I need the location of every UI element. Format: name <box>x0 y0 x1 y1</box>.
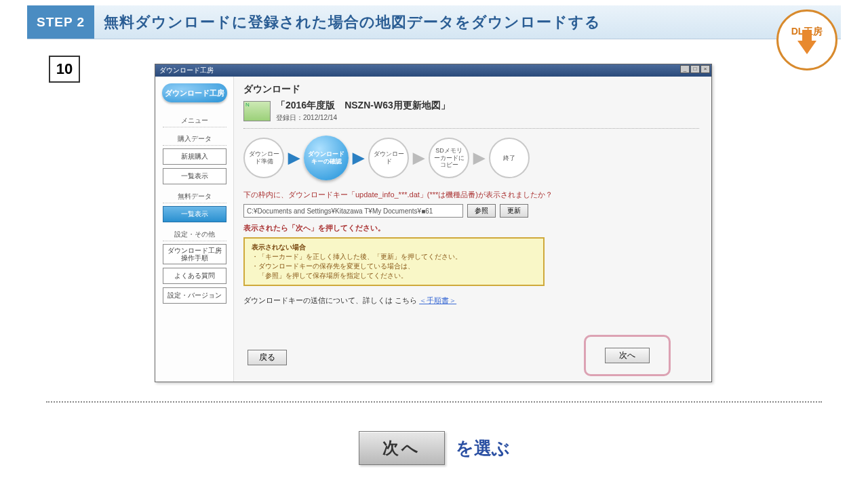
window-minimize-icon[interactable]: _ <box>680 65 690 73</box>
back-button[interactable]: 戻る <box>248 350 287 365</box>
prompt-text: 下の枠内に、ダウンロードキー「update_info_***.dat」(***は… <box>243 190 699 200</box>
help-link-row: ダウンロードキーの送信について、詳しくは こちら ＜手順書＞ <box>243 296 699 306</box>
sidebar-group-free: 無料データ <box>163 192 226 203</box>
step-badge: STEP 2 <box>27 5 94 39</box>
logo-badge: DL工房 <box>776 9 837 70</box>
help-link-prefix: ダウンロードキーの送信について、詳しくは こちら <box>243 296 419 304</box>
sidebar-brand-text: ダウンロード工房 <box>165 88 224 98</box>
sidebar-group-menu: メニュー <box>163 116 226 127</box>
item-header: 「2016年度版 NSZN-W63用更新地図」 登録日：2012/12/14 <box>243 100 699 129</box>
sidebar-btn-faq[interactable]: よくある質問 <box>163 268 226 284</box>
window-maximize-icon[interactable]: □ <box>690 65 700 73</box>
manual-link[interactable]: ＜手順書＞ <box>419 296 456 304</box>
warning-line-2: ・ダウンロードキーの保存先を変更している場合は、 <box>252 262 536 271</box>
window-close-icon[interactable]: × <box>701 65 710 73</box>
progress-flow: ダウンロード準備 ▶ ダウンロードキーの確認 ▶ ダウンロード ▶ SDメモリー… <box>243 136 699 180</box>
sidebar-btn-free-list[interactable]: 一覧表示 <box>163 206 226 222</box>
sidebar-group-settings: 設定・その他 <box>163 230 226 241</box>
section-title: ダウンロード <box>243 83 699 96</box>
chevron-right-icon: ▶ <box>473 149 485 167</box>
map-thumb-icon <box>243 101 271 121</box>
sidebar-btn-version[interactable]: 設定・バージョン <box>163 287 226 304</box>
cta-next-button[interactable]: 次へ <box>359 431 445 465</box>
warning-box: 表示されない場合 ・「キーカード」を正しく挿入した後、「更新」を押してください。… <box>243 237 545 286</box>
sidebar-btn-manual[interactable]: ダウンロード工房 操作手順 <box>163 244 226 264</box>
sidebar-btn-purchase-list[interactable]: 一覧表示 <box>163 168 226 184</box>
flow-step-2: ダウンロードキーの確認 <box>304 136 349 180</box>
item-title: 「2016年度版 NSZN-W63用更新地図」 <box>276 100 450 112</box>
cta-caption: を選ぶ <box>456 436 510 460</box>
window-title: ダウンロード工房 <box>159 66 214 74</box>
warning-title: 表示されない場合 <box>252 243 536 252</box>
flow-step-4: SDメモリーカードにコピー <box>429 138 469 178</box>
main-pane: ダウンロード 「2016年度版 NSZN-W63用更新地図」 登録日：2012/… <box>234 77 711 382</box>
page-header: STEP 2 無料ダウンロードに登録された場合の地図データをダウンロードする <box>27 5 841 39</box>
sidebar-brand: ダウンロード工房 <box>162 83 227 102</box>
warning-line-1: ・「キーカード」を正しく挿入した後、「更新」を押してください。 <box>252 252 536 262</box>
bottom-cta: 次へ を選ぶ <box>0 431 868 465</box>
chevron-right-icon: ▶ <box>288 149 300 167</box>
path-row: 参照 更新 <box>243 204 699 218</box>
chevron-right-icon: ▶ <box>353 149 364 167</box>
sidebar: ダウンロード工房 メニュー 購入データ 新規購入 一覧表示 無料データ 一覧表示… <box>155 77 234 382</box>
browse-button[interactable]: 参照 <box>467 204 496 218</box>
sidebar-group-purchase: 購入データ <box>163 134 226 146</box>
path-input[interactable] <box>243 204 463 218</box>
next-instruction: 表示されたら「次へ」を押してください。 <box>243 223 699 233</box>
step-number: 10 <box>49 56 80 83</box>
window-titlebar: ダウンロード工房 _ □ × <box>155 64 711 77</box>
item-date: 登録日：2012/12/14 <box>276 113 450 123</box>
next-button[interactable]: 次へ <box>605 348 650 363</box>
refresh-button[interactable]: 更新 <box>500 204 528 218</box>
separator <box>46 401 822 403</box>
page-title: 無料ダウンロードに登録された場合の地図データをダウンロードする <box>104 12 601 33</box>
flow-step-3: ダウンロード <box>368 138 409 178</box>
sidebar-btn-purchase-new[interactable]: 新規購入 <box>163 148 226 165</box>
chevron-right-icon: ▶ <box>413 149 425 167</box>
warning-line-3: 「参照」を押して保存場所を指定してください。 <box>252 271 536 281</box>
flow-step-1: ダウンロード準備 <box>243 138 284 178</box>
app-window: ダウンロード工房 _ □ × ダウンロード工房 メニュー 購入データ 新規購入 … <box>155 64 712 382</box>
next-button-highlight: 次へ <box>584 335 671 376</box>
flow-step-5: 終了 <box>489 138 530 178</box>
download-arrow-icon <box>797 41 816 54</box>
